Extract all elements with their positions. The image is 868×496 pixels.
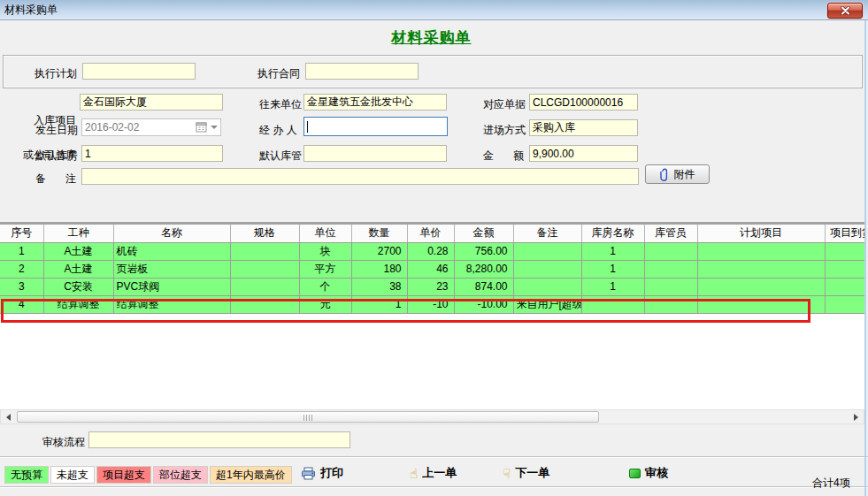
handler-input[interactable] [303, 117, 448, 136]
cell[interactable] [230, 260, 299, 278]
date-value: 2016-02-02 [85, 121, 139, 134]
items-grid: 序号工种名称规格单位数量单价金额备注库房名称库管员计划项目项目到货1A土建机砖块… [0, 222, 864, 409]
close-button[interactable] [827, 3, 863, 19]
date-input[interactable]: 2016-02-02 [81, 118, 221, 136]
window-titlebar: 材料采购单 [0, 0, 868, 20]
cell[interactable] [581, 295, 644, 313]
cell[interactable]: 页岩板 [113, 260, 230, 278]
cell[interactable]: 756.00 [454, 242, 513, 260]
cell[interactable]: 46 [407, 260, 454, 278]
text-caret [307, 121, 308, 133]
cell[interactable]: 1 [581, 260, 644, 278]
legend-chip: 无预算 [4, 466, 49, 484]
cell[interactable]: 2700 [351, 242, 407, 260]
horizontal-scrollbar[interactable] [0, 409, 864, 424]
cell[interactable]: 结算调整 [113, 295, 230, 313]
cell[interactable] [513, 260, 581, 278]
calendar-icon [196, 122, 207, 133]
print-button[interactable]: 打印 [301, 465, 343, 481]
col-header: 库房名称 [581, 225, 644, 242]
cell[interactable] [697, 278, 825, 295]
attachment-button[interactable]: 附件 [645, 164, 710, 184]
cell[interactable]: 1 [351, 295, 407, 313]
cell[interactable]: 180 [351, 260, 407, 278]
legend-chip: 超1年内最高价 [210, 466, 292, 484]
col-header: 数量 [351, 225, 407, 242]
cell[interactable]: 个 [299, 278, 351, 295]
cell[interactable]: 0.28 [407, 242, 454, 260]
cell[interactable] [697, 260, 825, 278]
cell[interactable]: 38 [351, 278, 407, 295]
cell[interactable]: 结算调整 [43, 295, 113, 313]
col-header: 序号 [0, 225, 43, 242]
cell[interactable] [825, 278, 864, 295]
cell[interactable]: 元 [299, 295, 351, 313]
window-title: 材料采购单 [4, 4, 58, 16]
cell[interactable]: 1 [0, 242, 43, 260]
scroll-right-button[interactable] [849, 410, 864, 424]
cell[interactable]: 8,280.00 [454, 260, 513, 278]
cell[interactable] [825, 260, 864, 278]
cell[interactable]: 2 [0, 260, 43, 278]
cell[interactable] [697, 295, 825, 313]
attachment-button-label: 附件 [674, 167, 695, 182]
prev-doc-button[interactable]: ☝ 上一单 [410, 465, 457, 481]
exec-plan-input[interactable] [82, 63, 196, 80]
col-header: 单价 [407, 225, 454, 242]
table-row[interactable]: 4结算调整结算调整元1-10-10.00来自用户[超级 [0, 295, 864, 313]
remark-label: 备 注 [35, 172, 76, 187]
cell[interactable]: 874.00 [454, 278, 513, 295]
entry-mode-input[interactable] [529, 119, 638, 136]
cell[interactable]: 23 [407, 278, 454, 295]
col-header: 名称 [113, 225, 230, 242]
cell[interactable]: -10.00 [454, 295, 513, 313]
keeper-input[interactable] [303, 145, 447, 162]
cell[interactable]: A土建 [43, 260, 113, 278]
cell[interactable]: 1 [581, 278, 644, 295]
next-doc-button[interactable]: ☟ 下一单 [503, 465, 549, 481]
exec-contract-input[interactable] [305, 63, 419, 80]
cell[interactable]: 块 [299, 242, 351, 260]
audit-button[interactable]: 审核 [629, 465, 668, 481]
warehouse-input[interactable] [81, 145, 223, 162]
scrollbar-thumb[interactable] [17, 411, 599, 423]
counterparty-input[interactable] [303, 94, 447, 111]
cell[interactable] [644, 242, 697, 260]
remark-input[interactable] [81, 168, 639, 185]
cell[interactable] [230, 278, 299, 295]
cell[interactable] [825, 242, 864, 260]
legend-chip: 项目超支 [96, 466, 151, 484]
cell[interactable] [644, 295, 697, 313]
scroll-left-button[interactable] [1, 410, 16, 424]
cell[interactable]: 4 [0, 295, 43, 313]
amount-input[interactable] [529, 145, 638, 162]
review-flow-input[interactable] [88, 431, 350, 448]
cell[interactable]: C安装 [43, 278, 113, 295]
cell[interactable] [825, 295, 864, 313]
cell[interactable] [644, 278, 697, 295]
window-right-edge [864, 20, 866, 496]
cell[interactable] [697, 242, 825, 260]
table-row[interactable]: 2A土建页岩板平方180468,280.001 [0, 260, 864, 278]
cell[interactable] [513, 242, 581, 260]
cell[interactable]: A土建 [43, 242, 113, 260]
cell[interactable]: 来自用户[超级 [513, 295, 581, 313]
cell[interactable]: PVC球阀 [113, 278, 230, 295]
cell[interactable]: 平方 [299, 260, 351, 278]
cell[interactable]: -10 [407, 295, 454, 313]
cell[interactable] [513, 278, 581, 295]
cell[interactable] [644, 260, 697, 278]
hand-up-icon: ☝ [410, 467, 418, 480]
project-input[interactable] [80, 94, 223, 111]
statusbar-divider [0, 486, 868, 488]
col-header: 金额 [454, 225, 513, 242]
cell[interactable]: 1 [581, 242, 644, 260]
table-row[interactable]: 1A土建机砖块27000.28756.001 [0, 242, 864, 260]
doc-input[interactable] [529, 94, 638, 111]
cell[interactable] [230, 242, 299, 260]
dropdown-arrow-icon[interactable] [211, 126, 218, 129]
cell[interactable]: 3 [0, 278, 43, 295]
cell[interactable] [230, 295, 299, 313]
table-row[interactable]: 3C安装PVC球阀个3823874.001 [0, 278, 864, 295]
cell[interactable]: 机砖 [113, 242, 230, 260]
